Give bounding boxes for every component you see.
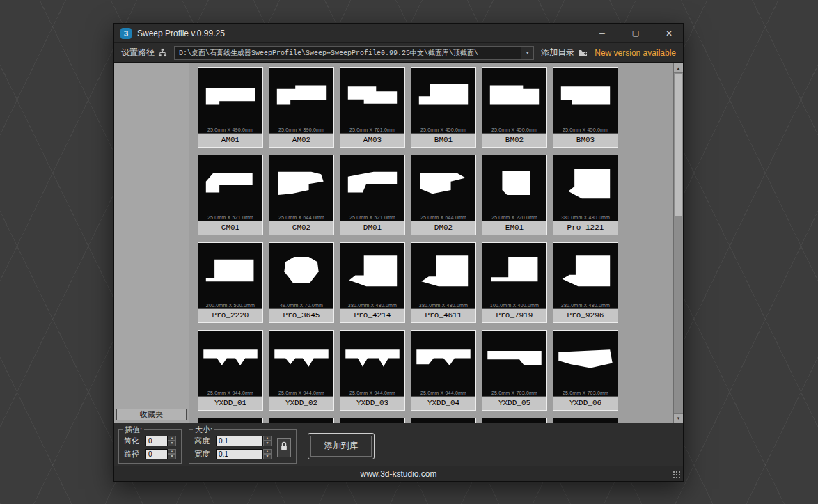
profile-tile[interactable]: 200.0mm X 500.0mm Pro_2220 <box>198 242 263 323</box>
profile-label: Pro_9296 <box>553 308 618 322</box>
profile-tile[interactable] <box>482 418 547 423</box>
profile-tile[interactable]: 25.0mm X 450.0mm BM02 <box>482 67 547 148</box>
profile-tile[interactable]: 25.0mm X 220.0mm EM01 <box>482 155 547 235</box>
profile-tile[interactable]: 49.0mm X 70.0mm Pro_3645 <box>269 242 334 323</box>
scroll-up-icon[interactable]: ▲ <box>674 63 683 73</box>
profile-label: BM03 <box>553 133 618 147</box>
resize-grip[interactable] <box>673 471 681 479</box>
simplify-stepper[interactable]: ▲ ▼ <box>145 436 176 446</box>
size-group-title: 大小: <box>193 425 214 435</box>
vertical-scrollbar[interactable]: ▲ ▼ <box>673 63 683 423</box>
profile-dimensions: 25.0mm X 761.0mm <box>340 127 404 132</box>
profile-dimensions: 25.0mm X 703.0mm <box>482 391 546 395</box>
profile-dimensions: 49.0mm X 70.0mm <box>269 303 333 308</box>
statusbar: www.3d-kstudio.com <box>114 466 683 481</box>
path-tree-icon <box>158 48 167 57</box>
height-input[interactable] <box>216 436 263 446</box>
profile-tile[interactable]: 25.0mm X 644.0mm DM02 <box>411 155 476 235</box>
close-button[interactable]: ✕ <box>655 24 683 43</box>
profile-tile[interactable]: 25.0mm X 890.0mm AM02 <box>269 67 334 148</box>
spin-down-icon[interactable]: ▼ <box>168 454 176 459</box>
profile-label: BM02 <box>482 133 546 147</box>
lock-aspect-button[interactable] <box>277 438 291 457</box>
profile-dimensions: 25.0mm X 944.0mm <box>269 391 333 395</box>
website-link[interactable]: www.3d-kstudio.com <box>360 469 436 479</box>
desktop-background: 3 Sweep Profile v.0.99.25 ─ ▢ ✕ 设置路径 <box>0 0 818 504</box>
profile-thumbnail: 380.0mm X 480.0mm <box>553 243 618 308</box>
profile-label: Pro_3645 <box>269 308 333 322</box>
profile-tile[interactable]: 100.0mm X 400.0mm Pro_7919 <box>482 242 547 323</box>
profile-tile[interactable]: 380.0mm X 480.0mm Pro_4611 <box>411 242 476 323</box>
profile-dimensions: 25.0mm X 703.0mm <box>553 391 618 395</box>
profile-thumbnail: 25.0mm X 450.0mm <box>553 68 618 133</box>
profile-tile[interactable]: 25.0mm X 521.0mm CM01 <box>198 155 263 235</box>
simplify-input[interactable] <box>145 436 168 446</box>
add-to-library-button[interactable]: 添加到库 <box>308 433 375 459</box>
profile-tile[interactable]: 25.0mm X 944.0mm YXDD_04 <box>411 330 476 411</box>
interpolation-group: 插值: 简化 ▲ ▼ 路径 <box>118 429 182 464</box>
chevron-down-icon[interactable]: ▼ <box>521 47 533 59</box>
scroll-down-icon[interactable]: ▼ <box>674 413 683 423</box>
profile-thumbnail: 380.0mm X 480.0mm <box>411 243 475 308</box>
profile-label: AM02 <box>269 133 333 147</box>
profile-tile[interactable]: 25.0mm X 761.0mm AM03 <box>340 67 405 148</box>
profile-dimensions: 25.0mm X 944.0mm <box>411 391 475 395</box>
path-steps-input[interactable] <box>145 449 168 459</box>
spin-up-icon[interactable]: ▲ <box>168 436 176 441</box>
profile-dimensions: 25.0mm X 890.0mm <box>269 127 333 132</box>
spin-down-icon[interactable]: ▼ <box>263 454 272 459</box>
profile-tile[interactable]: 25.0mm X 944.0mm YXDD_02 <box>269 330 334 411</box>
profile-tile[interactable]: 25.0mm X 944.0mm YXDD_03 <box>340 330 405 411</box>
scrollbar-thumb[interactable] <box>675 74 682 216</box>
profile-tile[interactable]: 380.0mm X 480.0mm Pro_9296 <box>553 242 618 323</box>
spin-down-icon[interactable]: ▼ <box>168 441 176 446</box>
profile-dimensions: 25.0mm X 450.0mm <box>553 127 618 132</box>
profile-tile[interactable] <box>553 418 618 423</box>
profile-tile[interactable]: 380.0mm X 480.0mm Pro_4214 <box>340 242 405 323</box>
spin-up-icon[interactable]: ▲ <box>263 449 272 455</box>
profile-tile[interactable] <box>198 418 263 423</box>
profile-dimensions: 25.0mm X 490.0mm <box>198 127 262 132</box>
spin-up-icon[interactable]: ▲ <box>168 449 176 455</box>
height-label: 高度 <box>194 436 212 446</box>
app-icon: 3 <box>120 28 132 39</box>
interpolation-group-title: 插值: <box>123 425 144 435</box>
profile-label: DM02 <box>411 221 475 235</box>
profile-tile[interactable]: 25.0mm X 703.0mm YXDD_05 <box>482 330 547 411</box>
profile-tile[interactable]: 25.0mm X 450.0mm BM01 <box>411 67 476 148</box>
profile-thumbnail: 25.0mm X 220.0mm <box>482 155 546 221</box>
set-path-label: 设置路径 <box>121 47 155 58</box>
favorites-header[interactable]: 收藏夹 <box>116 409 187 420</box>
profile-thumbnail: 25.0mm X 703.0mm <box>553 331 618 396</box>
minimize-button[interactable]: ─ <box>588 24 616 43</box>
profile-thumbnail: 25.0mm X 521.0mm <box>340 155 404 221</box>
profile-tile[interactable]: 25.0mm X 644.0mm CM02 <box>269 155 334 235</box>
simplify-label: 简化 <box>124 436 142 446</box>
set-path-button[interactable]: 设置路径 <box>118 45 170 60</box>
profile-tile[interactable]: 25.0mm X 490.0mm AM01 <box>198 67 263 148</box>
width-stepper[interactable]: ▲ ▼ <box>216 449 272 459</box>
favorites-sidebar: 收藏夹 <box>114 63 189 423</box>
width-input[interactable] <box>216 449 263 459</box>
profile-tile[interactable]: 380.0mm X 480.0mm Pro_1221 <box>553 155 618 235</box>
profile-tile[interactable] <box>411 418 476 423</box>
profile-tile[interactable] <box>340 418 405 423</box>
profile-label: YXDD_06 <box>553 396 618 410</box>
profile-label: YXDD_02 <box>269 396 333 410</box>
profile-label: AM01 <box>198 133 262 147</box>
window-title: Sweep Profile v.0.99.25 <box>137 29 583 38</box>
path-dropdown[interactable]: D:\桌面\石膏线生成器SweepProfile\Sweep⋯SweepProf… <box>174 46 534 60</box>
profile-tile[interactable]: 25.0mm X 521.0mm DM01 <box>340 155 405 235</box>
path-steps-stepper[interactable]: ▲ ▼ <box>145 449 176 459</box>
profile-tile[interactable] <box>269 418 334 423</box>
add-directory-button[interactable]: 添加目录 <box>538 45 590 60</box>
profile-dimensions: 380.0mm X 480.0mm <box>553 215 618 220</box>
maximize-button[interactable]: ▢ <box>622 24 650 43</box>
new-version-link[interactable]: New version available <box>595 48 677 58</box>
spin-down-icon[interactable]: ▼ <box>263 441 272 446</box>
profile-tile[interactable]: 25.0mm X 450.0mm BM03 <box>553 67 618 148</box>
spin-up-icon[interactable]: ▲ <box>263 436 272 441</box>
height-stepper[interactable]: ▲ ▼ <box>216 436 272 446</box>
profile-tile[interactable]: 25.0mm X 703.0mm YXDD_06 <box>553 330 618 411</box>
profile-tile[interactable]: 25.0mm X 944.0mm YXDD_01 <box>198 330 263 411</box>
